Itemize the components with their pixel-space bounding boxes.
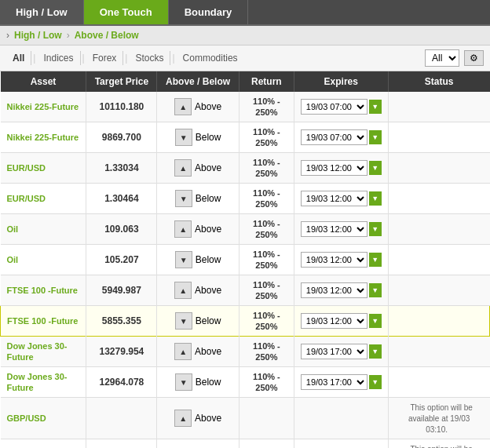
direction-arrow-btn[interactable]: ▼ [175, 129, 192, 146]
cell-expires [294, 398, 388, 439]
direction-label: Above [195, 162, 221, 173]
expires-select[interactable]: 19/03 17:00 [301, 374, 368, 390]
cell-status [388, 275, 489, 306]
cell-direction: ▲ Above [157, 275, 240, 306]
filter-commodities[interactable]: Commodities [177, 51, 244, 65]
filter-all[interactable]: All [6, 51, 31, 65]
expires-dropdown-arrow[interactable]: ▼ [369, 130, 382, 144]
direction-arrow-btn[interactable]: ▲ [174, 282, 192, 299]
tab-boundary[interactable]: Boundary [169, 0, 249, 24]
cell-status [388, 367, 489, 398]
table-row: Oil105.207 ▼ Below 110% - 250% 19/03 12:… [1, 245, 490, 275]
direction-arrow-btn[interactable]: ▲ [174, 220, 192, 238]
cell-return: 110% - 250% [239, 367, 294, 398]
cell-expires: 19/03 17:00 ▼ [294, 337, 388, 367]
filter-forex[interactable]: Forex [86, 51, 124, 65]
tab-high-low[interactable]: High / Low [0, 0, 84, 24]
cell-return: 110% - 250% [239, 337, 294, 367]
direction-label: Above [195, 413, 221, 424]
cell-target: 1.33034 [86, 153, 157, 184]
cell-direction: ▲ Above [157, 337, 240, 367]
expires-select[interactable]: 19/03 17:00 [301, 344, 368, 359]
gear-button[interactable]: ⚙ [464, 50, 484, 66]
direction-arrow-btn[interactable]: ▼ [175, 190, 192, 207]
cell-direction: ▼ Below [157, 245, 240, 275]
target-price-value: 1.33034 [104, 162, 138, 173]
target-price-value: 9869.700 [102, 132, 141, 143]
filter-indices[interactable]: Indices [37, 51, 80, 65]
asset-name: FTSE 100 -Future [7, 316, 78, 326]
cell-return: 110% - 250% [239, 184, 294, 214]
direction-label: Below [196, 132, 221, 143]
cell-status [388, 337, 489, 367]
cell-asset: Nikkei 225-Future [1, 122, 86, 153]
direction-arrow-btn[interactable]: ▲ [174, 343, 192, 360]
direction-label: Above [195, 346, 221, 357]
direction-label: Below [196, 254, 221, 265]
direction-label: Below [196, 315, 221, 326]
header-return: Return [239, 71, 294, 92]
asset-name: Nikkei 225-Future [7, 102, 79, 111]
expires-dropdown-arrow[interactable]: ▼ [369, 314, 382, 328]
expires-dropdown-arrow[interactable]: ▼ [369, 253, 382, 267]
expires-dropdown-arrow[interactable]: ▼ [369, 375, 382, 389]
expires-dropdown-arrow[interactable]: ▼ [369, 283, 382, 297]
target-price-value: 10110.180 [100, 101, 144, 112]
cell-direction: ▲ Above [157, 92, 240, 122]
tab-one-touch[interactable]: One Touch [84, 0, 169, 24]
direction-arrow-btn[interactable]: ▼ [175, 373, 192, 391]
expires-dropdown-arrow[interactable]: ▼ [369, 161, 382, 175]
direction-arrow-btn[interactable]: ▲ [174, 410, 192, 427]
cell-return: 110% - 250% [239, 214, 294, 245]
direction-label: Below [196, 193, 221, 204]
breadcrumb-level1[interactable]: High / Low [14, 30, 62, 41]
all-dropdown[interactable]: All [425, 49, 459, 67]
expires-select[interactable]: 19/03 12:00 [301, 221, 368, 237]
expires-select[interactable]: 19/03 12:00 [301, 313, 368, 329]
table-row: FTSE 100 -Future5855.355 ▼ Below 110% - … [1, 306, 490, 337]
expires-select[interactable]: 19/03 07:00 [301, 99, 368, 115]
direction-arrow-btn[interactable]: ▲ [174, 159, 192, 177]
expires-select[interactable]: 19/03 12:00 [301, 282, 368, 298]
expires-dropdown-arrow[interactable]: ▼ [369, 191, 382, 206]
cell-return: 110% - 250% [239, 245, 294, 275]
cell-direction: ▼ Below [157, 184, 240, 214]
cell-asset: GBP/USD [1, 398, 86, 439]
table-row: FTSE 100 -Future5949.987 ▲ Above 110% - … [1, 275, 490, 306]
table-row: GBP/USD ▲ Above This option will be avai… [1, 398, 490, 439]
target-price-value: 5949.987 [102, 285, 141, 296]
direction-arrow-btn[interactable]: ▼ [175, 251, 192, 268]
filter-stocks[interactable]: Stocks [129, 51, 170, 65]
direction-arrow-btn[interactable]: ▲ [174, 98, 192, 115]
breadcrumb-level2[interactable]: Above / Below [75, 30, 139, 41]
breadcrumb-separator: › [67, 30, 70, 41]
cell-expires: 19/03 12:00 ▼ [294, 245, 388, 275]
table-row: Nikkei 225-Future10110.180 ▲ Above 110% … [1, 92, 490, 122]
tab-bar: High / Low One Touch Boundary [0, 0, 490, 26]
direction-label: Above [195, 101, 221, 112]
expires-select[interactable]: 19/03 07:00 [301, 129, 368, 145]
direction-arrow-btn[interactable]: ▼ [175, 312, 192, 330]
expires-select[interactable]: 19/03 12:00 [301, 160, 368, 176]
cell-status: This option will be available at 19/03 0… [388, 398, 489, 439]
table-row: EUR/USD1.33034 ▲ Above 110% - 250% 19/03… [1, 153, 490, 184]
return-value: 110% - 250% [253, 219, 280, 239]
target-price-value: 5855.355 [102, 315, 141, 326]
cell-direction: ▲ Above [157, 439, 240, 449]
cell-return: 110% - 250% [239, 122, 294, 153]
cell-expires: 19/03 12:00 ▼ [294, 306, 388, 337]
cell-expires [294, 439, 388, 449]
expires-dropdown-arrow[interactable]: ▼ [369, 222, 382, 236]
cell-expires: 19/03 07:00 ▼ [294, 122, 388, 153]
asset-name: Oil [7, 224, 19, 234]
expires-dropdown-arrow[interactable]: ▼ [369, 100, 382, 114]
cell-return: 110% - 250% [239, 92, 294, 122]
cell-status [388, 184, 489, 214]
expires-dropdown-arrow[interactable]: ▼ [369, 344, 382, 359]
return-value: 110% - 250% [253, 97, 280, 117]
cell-target: 13279.954 [86, 337, 157, 367]
cell-asset: Dow Jones 30-Future [1, 337, 86, 367]
expires-select[interactable]: 19/03 12:00 [301, 252, 368, 268]
expires-select[interactable]: 19/03 12:00 [301, 191, 368, 206]
table-row: USD/JPY ▲ Above This option will be avai… [1, 439, 490, 449]
